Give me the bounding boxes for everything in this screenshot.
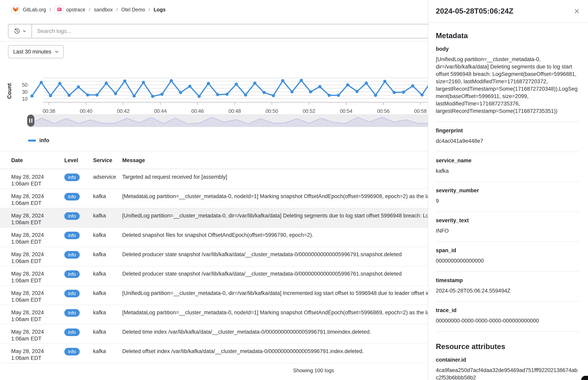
breadcrumb-item-opstrace[interactable]: opstrace: [55, 5, 85, 14]
level-badge: info: [64, 212, 80, 220]
metadata-field: container.id 4ca9faea250d7acf4daa32de954…: [436, 351, 579, 380]
log-date-line1: May 28, 2024: [11, 348, 64, 355]
field-key: service_name: [436, 157, 579, 164]
log-level-cell: info: [64, 348, 93, 363]
filterbar-divider: [0, 41, 431, 41]
breadcrumb-label: opstrace: [66, 7, 85, 13]
log-level-cell: info: [64, 232, 93, 247]
breadcrumb-label: GitLab.org: [23, 7, 46, 13]
log-date: May 28, 20241:06am EDT: [11, 270, 64, 285]
log-level-cell: info: [64, 212, 93, 227]
log-service: kafka: [93, 212, 122, 227]
breadcrumb-item-otel-demo[interactable]: Otel Demo: [121, 7, 145, 13]
log-date: May 28, 20241:06am EDT: [11, 309, 64, 324]
breadcrumb-separator: /: [149, 7, 150, 12]
field-key: trace_id: [436, 307, 579, 314]
field-value: [UnifiedLog partition=__cluster_metadata…: [436, 56, 579, 115]
level-badge: info: [64, 173, 80, 181]
x-tick-label: 00:48: [228, 108, 241, 114]
opstrace-octopus-icon: [55, 5, 63, 14]
close-icon[interactable]: [572, 6, 582, 16]
log-date: May 28, 20241:06am EDT: [11, 232, 64, 247]
log-date-line1: May 28, 2024: [11, 232, 64, 238]
log-service: kafka: [93, 193, 122, 208]
field-value: 0000000000000000: [436, 257, 579, 265]
time-range-dropdown[interactable]: Last 30 minutes: [8, 45, 64, 58]
log-date: May 28, 20241:06am EDT: [11, 348, 64, 363]
log-date: May 28, 20241:06am EDT: [11, 251, 64, 266]
field-key: fingerprint: [436, 128, 579, 134]
field-key: span_id: [436, 247, 579, 254]
x-tick-label: 00:52: [303, 108, 315, 114]
level-badge: info: [64, 270, 80, 278]
log-date: May 28, 20241:06am EDT: [11, 212, 64, 227]
log-date-line2: 1:06am EDT: [11, 238, 64, 245]
panel-section-heading: Metadata: [436, 32, 579, 40]
log-date-line2: 1:06am EDT: [11, 219, 64, 226]
breadcrumb-label: Otel Demo: [121, 7, 145, 13]
log-date: May 28, 20241:06am EDT: [11, 290, 64, 305]
panel-title-timestamp: 2024-05-28T05:06:24Z: [436, 7, 513, 15]
y-tick-label: 50: [12, 82, 28, 88]
breadcrumb-item-logs: Logs: [153, 7, 166, 13]
log-date-line2: 1:06am EDT: [11, 316, 64, 323]
legend-swatch-info: [28, 140, 36, 142]
log-level-cell: info: [64, 270, 93, 285]
breadcrumb-item-sandbox[interactable]: sandbox: [94, 7, 113, 13]
log-service: kafka: [93, 348, 122, 363]
metadata-field: span_id 0000000000000000: [436, 242, 579, 272]
field-value: INFO: [436, 227, 579, 235]
chart-x-ticks: 00:3800:4000:4200:4400:4600:4800:5000:52…: [30, 108, 431, 115]
breadcrumb-separator: /: [116, 7, 118, 12]
field-key: body: [436, 46, 579, 52]
x-tick-label: 00:54: [340, 108, 353, 114]
log-service: adservice: [93, 173, 122, 189]
field-key: severity_number: [436, 188, 579, 194]
log-level-cell: info: [64, 173, 93, 189]
log-service: kafka: [93, 251, 122, 266]
logs-explorer-page: GitLab.org / opstrace / sandbox / Otel D…: [0, 0, 588, 380]
chevron-down-icon: [22, 29, 26, 33]
log-search-bar: [8, 24, 431, 38]
field-value: 9: [436, 197, 579, 205]
field-key: container.id: [436, 357, 579, 363]
brush-drag-handle[interactable]: [27, 115, 34, 127]
metadata-field: trace_id 00000000-0000-0000-0000-0000000…: [436, 302, 579, 332]
search-history-button[interactable]: [8, 24, 32, 38]
breadcrumb-label: Logs: [153, 7, 166, 13]
y-tick-label: 10: [12, 96, 28, 102]
log-date-line1: May 28, 2024: [11, 251, 64, 258]
log-date: May 28, 20241:06am EDT: [11, 173, 64, 189]
log-level-cell: info: [64, 290, 93, 305]
breadcrumb-label: sandbox: [94, 7, 113, 13]
log-date-line1: May 28, 2024: [11, 290, 64, 297]
field-value: kafka: [436, 167, 579, 175]
breadcrumb-item-gitlab-org[interactable]: GitLab.org: [11, 5, 46, 14]
level-badge: info: [64, 309, 80, 317]
metadata-field: severity_text INFO: [436, 212, 579, 242]
field-value: 2024-05-28T05:06:24.559494Z: [436, 287, 579, 295]
log-service: kafka: [93, 232, 122, 247]
panel-section-heading: Resource attributes: [436, 342, 579, 351]
panel-body: Metadata body [UnifiedLog partition=__cl…: [428, 32, 588, 380]
x-tick-label: 00:38: [43, 108, 55, 114]
log-service: kafka: [93, 270, 122, 285]
log-date-line2: 1:06am EDT: [11, 258, 64, 265]
search-input[interactable]: [32, 24, 431, 38]
log-level-cell: info: [64, 309, 93, 324]
log-service: kafka: [93, 328, 122, 343]
metadata-field: timestamp 2024-05-28T05:06:24.559494Z: [436, 272, 579, 302]
column-header-level[interactable]: Level: [64, 157, 93, 164]
chart-legend[interactable]: info: [28, 137, 49, 144]
log-date-line1: May 28, 2024: [11, 309, 64, 316]
column-header-date[interactable]: Date: [11, 157, 64, 164]
breadcrumb-separator: /: [89, 7, 90, 12]
time-range-label: Last 30 minutes: [13, 49, 51, 55]
metadata-field: service_name kafka: [436, 152, 579, 182]
column-header-service[interactable]: Service: [93, 157, 122, 164]
log-level-cell: info: [64, 328, 93, 343]
chevron-down-icon: [55, 50, 59, 54]
logs-volume-chart[interactable]: [30, 74, 431, 114]
gitlab-tanuki-icon: [11, 5, 20, 14]
x-tick-label: 00:56: [377, 108, 390, 114]
